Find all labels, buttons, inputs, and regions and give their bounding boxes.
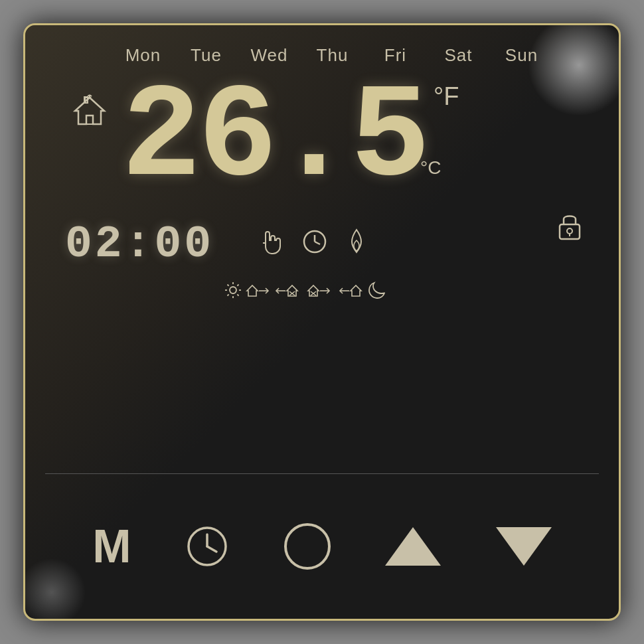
thermostat-device: Mon Tue Wed Thu Fri Sat Sun xyxy=(23,23,621,621)
clock-button[interactable] xyxy=(186,525,229,568)
buttons-row: M xyxy=(25,474,619,619)
main-display: Mon Tue Wed Thu Fri Sat Sun xyxy=(25,25,619,503)
up-arrow xyxy=(385,527,441,566)
up-button[interactable] xyxy=(385,527,441,566)
unit-celsius: °C xyxy=(420,157,459,179)
down-arrow xyxy=(496,527,552,566)
svg-line-31 xyxy=(207,546,216,552)
temp-value: 26.5 xyxy=(121,63,427,214)
temperature-area: 26.5 °F °C xyxy=(52,72,592,205)
power-button[interactable] xyxy=(284,523,331,570)
leave-home-icon xyxy=(246,282,271,303)
schedule-row xyxy=(52,282,592,303)
svg-line-19 xyxy=(228,294,229,295)
home-icon xyxy=(72,92,108,137)
night-mode-icon xyxy=(368,282,385,303)
sun-schedule-icon xyxy=(224,282,242,303)
day-sat: Sat xyxy=(427,45,490,66)
down-button[interactable] xyxy=(496,527,552,566)
svg-line-11 xyxy=(315,242,320,244)
unit-fahrenheit: °F xyxy=(434,82,459,111)
svg-point-12 xyxy=(230,287,236,293)
temperature-display: 26.5 xyxy=(121,72,427,205)
clock-status-icon xyxy=(303,230,327,259)
svg-line-17 xyxy=(228,285,229,286)
time-display: 02:00 xyxy=(65,218,214,270)
flame-icon xyxy=(347,228,366,260)
return-home-icon xyxy=(339,282,364,303)
day-sun: Sun xyxy=(490,45,553,66)
arrive-home-heating-icon xyxy=(275,282,303,303)
status-icons xyxy=(260,228,366,260)
hand-icon xyxy=(260,228,283,260)
mode-button[interactable]: M xyxy=(92,520,131,573)
svg-point-6 xyxy=(567,228,572,234)
time-icons-row: 02:00 xyxy=(52,218,592,270)
svg-line-18 xyxy=(237,294,238,295)
svg-rect-0 xyxy=(86,116,93,124)
circle-button-shape xyxy=(284,523,331,570)
svg-rect-5 xyxy=(560,224,580,239)
lock-icon xyxy=(557,211,582,246)
leave-home-heating-icon xyxy=(307,282,335,303)
svg-line-20 xyxy=(237,285,238,286)
temperature-units: °F °C xyxy=(434,82,459,179)
